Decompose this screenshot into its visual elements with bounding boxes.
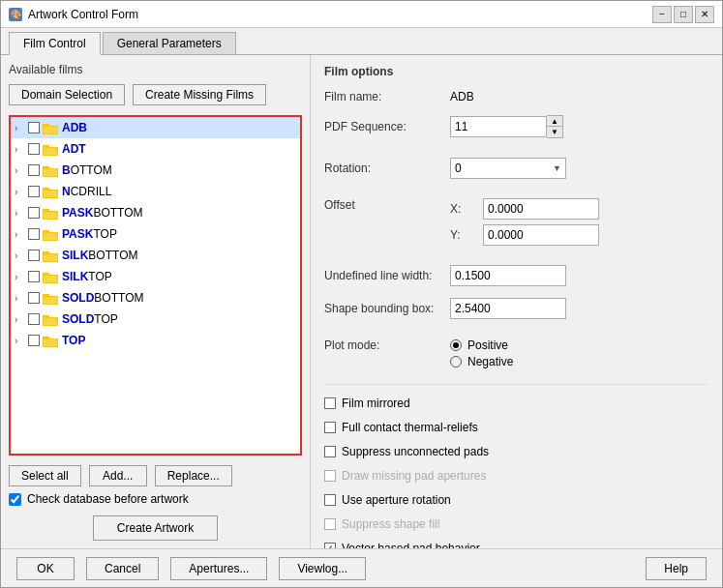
film-item-adt[interactable]: › ADT: [11, 138, 300, 160]
suppress-unconn-checkbox[interactable]: [324, 446, 336, 457]
bottom-bar: OK Cancel Apertures... Viewlog... Help: [1, 548, 722, 587]
suppress-shape-checkbox: [324, 518, 336, 530]
create-missing-films-button[interactable]: Create Missing Films: [133, 84, 266, 105]
suppress-shape-option: Suppress shape fill: [324, 517, 708, 531]
film-mirrored-checkbox[interactable]: [324, 397, 336, 409]
film-checkbox-soldtop[interactable]: [28, 313, 40, 325]
vector-pad-label: Vector based pad behavior: [342, 542, 480, 548]
close-button[interactable]: ✕: [695, 6, 714, 23]
main-window: 🎨 Artwork Control Form − □ ✕ Film Contro…: [0, 0, 723, 588]
film-item-silktop[interactable]: › SILKTOP: [11, 266, 300, 287]
add-button[interactable]: Add...: [89, 465, 147, 486]
svg-rect-31: [43, 337, 49, 339]
shape-bb-input[interactable]: [450, 298, 566, 319]
apertures-button[interactable]: Apertures...: [170, 557, 267, 580]
pdf-seq-spinner: ▲ ▼: [547, 115, 563, 138]
undef-line-input[interactable]: [450, 265, 566, 286]
pdf-seq-up-button[interactable]: ▲: [547, 116, 562, 127]
film-checkbox-adt[interactable]: [28, 143, 40, 155]
ok-button[interactable]: OK: [16, 557, 75, 580]
svg-rect-26: [44, 297, 57, 304]
film-name-soldbottom: SOLDBOTTOM: [62, 291, 143, 305]
full-contact-label: Full contact thermal-reliefs: [342, 421, 478, 434]
film-item-bottom[interactable]: › BOTTOM: [11, 160, 300, 181]
plot-positive-radio[interactable]: [450, 339, 462, 351]
plot-positive-label: Positive: [467, 338, 508, 352]
film-checkbox-soldbottom[interactable]: [28, 292, 40, 304]
film-checkbox-silkbottom[interactable]: [28, 250, 40, 261]
offset-row: Offset X: Y:: [324, 198, 708, 246]
full-contact-checkbox[interactable]: [324, 422, 336, 433]
select-all-button[interactable]: Select all: [9, 465, 81, 486]
pdf-seq-input-group: ▲ ▼: [450, 115, 563, 138]
film-checkbox-silktop[interactable]: [28, 271, 40, 282]
use-aperture-checkbox[interactable]: [324, 494, 336, 506]
film-name-paskbottom: PASKBOTTOM: [62, 206, 143, 220]
domain-selection-button[interactable]: Domain Selection: [9, 84, 125, 105]
plot-positive-row: Positive: [450, 338, 513, 352]
minimize-button[interactable]: −: [652, 6, 672, 23]
film-item-pasktop[interactable]: › PASKTOP: [11, 223, 300, 245]
folder-icon-bottom: [43, 164, 58, 177]
check-db-checkbox[interactable]: [9, 493, 21, 506]
folder-icon-top: [43, 335, 58, 347]
film-item-silkbottom[interactable]: › SILKBOTTOM: [11, 245, 300, 266]
offset-x-input[interactable]: [483, 198, 599, 220]
replace-button[interactable]: Replace...: [155, 465, 232, 486]
expand-arrow: ›: [15, 272, 28, 282]
film-item-ncdrill[interactable]: › NCDRILL: [11, 181, 300, 202]
plot-negative-radio[interactable]: [450, 356, 462, 368]
pdf-seq-input[interactable]: [450, 116, 547, 137]
rotation-dropdown[interactable]: 0 ▼: [450, 158, 566, 179]
film-checkbox-top[interactable]: [28, 335, 40, 346]
radio-dot: [453, 342, 459, 348]
svg-rect-5: [44, 148, 57, 155]
main-content: Available films Domain Selection Create …: [1, 55, 722, 548]
film-item-paskbottom[interactable]: › PASKBOTTOM: [11, 202, 300, 223]
film-name-silktop: SILKTOP: [62, 270, 112, 283]
maximize-button[interactable]: □: [674, 6, 693, 23]
expand-arrow: ›: [15, 123, 28, 133]
vector-pad-option: ✓ Vector based pad behavior: [324, 542, 708, 548]
svg-rect-25: [43, 294, 49, 297]
tab-general-parameters[interactable]: General Parameters: [103, 32, 236, 54]
film-checkbox-ncdrill[interactable]: [28, 186, 40, 197]
expand-arrow: ›: [15, 187, 28, 197]
cancel-button[interactable]: Cancel: [86, 557, 159, 580]
draw-missing-checkbox: [324, 470, 336, 482]
folder-icon-soldbottom: [43, 292, 58, 305]
folder-icon-pasktop: [43, 228, 58, 241]
film-checkbox-pasktop[interactable]: [28, 228, 40, 240]
shape-bb-label: Shape bounding box:: [324, 302, 450, 315]
svg-rect-8: [44, 169, 57, 176]
svg-rect-1: [43, 124, 49, 127]
film-name-value: ADB: [450, 90, 474, 103]
help-button[interactable]: Help: [646, 557, 707, 580]
right-panel: Film options Film name: ADB PDF Sequence…: [311, 55, 722, 548]
plot-mode-label: Plot mode:: [324, 338, 450, 352]
viewlog-button[interactable]: Viewlog...: [279, 557, 366, 580]
undef-line-label: Undefined line width:: [324, 269, 450, 282]
rotation-label: Rotation:: [324, 162, 450, 175]
film-item-top[interactable]: › TOP: [11, 330, 300, 351]
create-artwork-button[interactable]: Create Artwork: [93, 515, 218, 541]
film-name-adt: ADT: [62, 142, 86, 156]
full-contact-option: Full contact thermal-reliefs: [324, 421, 708, 434]
film-checkbox-bottom[interactable]: [28, 164, 40, 176]
film-checkbox-adb[interactable]: [28, 122, 40, 133]
film-item-soldbottom[interactable]: › SOLDBOTTOM: [11, 287, 300, 309]
film-checkbox-paskbottom[interactable]: [28, 207, 40, 219]
film-item-soldtop[interactable]: › SOLDTOP: [11, 309, 300, 330]
svg-rect-17: [44, 233, 57, 240]
film-item-adb[interactable]: › ADB: [11, 117, 300, 138]
pdf-seq-down-button[interactable]: ▼: [547, 127, 562, 137]
left-panel: Available films Domain Selection Create …: [1, 55, 311, 548]
folder-icon-silktop: [43, 271, 58, 283]
svg-rect-11: [44, 191, 57, 197]
use-aperture-option: Use aperture rotation: [324, 493, 708, 507]
offset-y-input[interactable]: [483, 224, 599, 246]
svg-rect-23: [44, 276, 57, 282]
film-name-label: Film name:: [324, 90, 450, 103]
tab-film-control[interactable]: Film Control: [9, 32, 101, 55]
bottom-controls: Select all Add... Replace... Check datab…: [9, 465, 302, 541]
